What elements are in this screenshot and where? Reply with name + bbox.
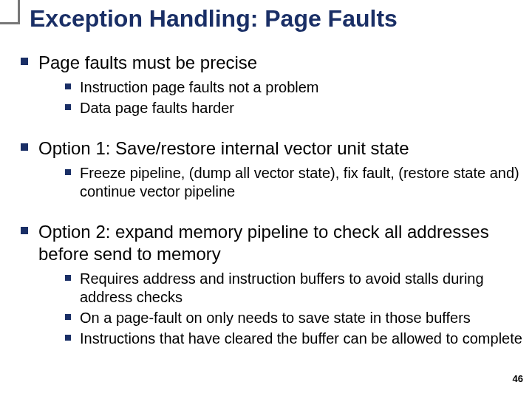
bullet-text: Option 2: expand memory pipeline to chec… — [38, 221, 525, 265]
square-bullet-icon — [65, 169, 71, 175]
bullet-text: Data page faults harder — [80, 99, 525, 117]
page-number: 46 — [513, 373, 523, 384]
bullet-level2: Data page faults harder — [65, 99, 525, 117]
square-bullet-icon — [21, 227, 28, 234]
bullet-level1: Page faults must be precise — [21, 52, 525, 74]
slide: Exception Handling: Page Faults Page fau… — [0, 0, 532, 399]
slide-title: Exception Handling: Page Faults — [30, 6, 525, 32]
bullet-text: Freeze pipeline, (dump all vector state)… — [80, 164, 525, 201]
bullet-level2: Instruction page faults not a problem — [65, 78, 525, 97]
bullet-text: Option 1: Save/restore internal vector u… — [38, 137, 525, 160]
bullet-level2: Instructions that have cleared the buffe… — [65, 330, 525, 348]
square-bullet-icon — [21, 143, 28, 151]
bullet-level2: Freeze pipeline, (dump all vector state)… — [65, 164, 525, 201]
bullet-text: On a page-fault on only needs to save st… — [80, 309, 525, 327]
bullet-text: Instruction page faults not a problem — [80, 78, 525, 97]
square-bullet-icon — [65, 275, 71, 281]
square-bullet-icon — [21, 58, 28, 65]
slide-content: Page faults must be precise Instruction … — [7, 44, 525, 392]
bullet-text: Page faults must be precise — [38, 52, 525, 74]
bullet-level2: On a page-fault on only needs to save st… — [65, 309, 525, 327]
bullet-text: Instructions that have cleared the buffe… — [80, 330, 525, 348]
bullet-level1: Option 2: expand memory pipeline to chec… — [21, 221, 525, 265]
square-bullet-icon — [65, 335, 71, 341]
square-bullet-icon — [65, 83, 71, 89]
corner-decoration — [0, 0, 20, 24]
square-bullet-icon — [65, 314, 71, 320]
square-bullet-icon — [65, 104, 71, 110]
bullet-level2: Requires address and instruction buffers… — [65, 270, 525, 307]
bullet-text: Requires address and instruction buffers… — [80, 270, 525, 307]
bullet-level1: Option 1: Save/restore internal vector u… — [21, 137, 525, 160]
